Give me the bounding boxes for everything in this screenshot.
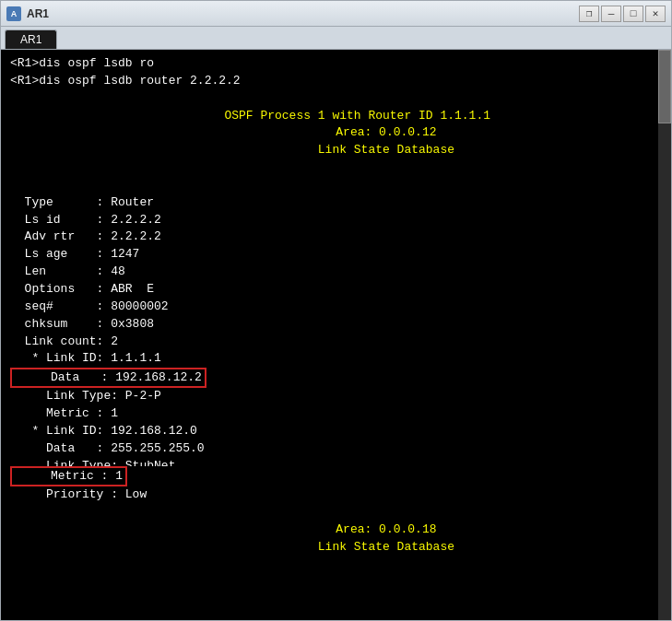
blank4 [10, 504, 647, 521]
data2-line: Data : 255.255.255.0 [10, 440, 647, 458]
scrollbar-track[interactable] [658, 50, 671, 620]
blank1 [10, 90, 647, 108]
area-line: Area: 0.0.0.12 [10, 124, 647, 142]
window-frame: A AR1 ❐ — □ ✕ AR1 <R1>dis ospf lsdb ro <… [0, 0, 672, 621]
title-bar: A AR1 ❐ — □ ✕ [1, 1, 671, 27]
options-line: Options : ABR E [10, 281, 647, 299]
lsdb-line2: Link State Database [10, 539, 647, 557]
linkcount-line: Link count: 2 [10, 334, 647, 351]
linktype2-line: Link Type: StubNet [10, 458, 647, 466]
priority-line: Priority : Low [10, 486, 647, 504]
cmd2-line: <R1>dis ospf lsdb router 2.2.2.2 [10, 73, 647, 90]
tab-ar1[interactable]: AR1 [5, 29, 57, 49]
lsdb-line1: Link State Database [10, 142, 647, 159]
advrtr-line: Adv rtr : 2.2.2.2 [10, 228, 647, 246]
linktype1-line: Link Type: P-2-P [10, 388, 647, 405]
lsage-line: Ls age : 1247 [10, 246, 647, 264]
blank3 [10, 177, 647, 194]
area2-line: Area: 0.0.0.18 [10, 521, 647, 539]
type-line: Type : Router [10, 194, 647, 212]
lsid-line: Ls id : 2.2.2.2 [10, 212, 647, 229]
linkid2-line: * Link ID: 192.168.12.0 [10, 423, 647, 440]
tab-bar: AR1 [1, 27, 671, 50]
seq-line: seq# : 80000002 [10, 299, 647, 316]
maximize-button[interactable]: □ [623, 6, 643, 22]
len-line: Len : 48 [10, 264, 647, 281]
close-button[interactable]: ✕ [645, 6, 666, 22]
chksum-line: chksum : 0x3808 [10, 316, 647, 334]
restore-button[interactable]: ❐ [579, 6, 599, 22]
minimize-button[interactable]: — [601, 6, 621, 22]
app-icon: A [6, 6, 21, 21]
data1-line: Data : 192.168.12.2 [10, 368, 647, 388]
title-bar-left: A AR1 [6, 6, 49, 21]
blank2 [10, 159, 647, 177]
linkid1-line: * Link ID: 1.1.1.1 [10, 350, 647, 368]
scrollbar-thumb[interactable] [658, 50, 671, 123]
terminal-content: <R1>dis ospf lsdb ro <R1>dis ospf lsdb r… [10, 55, 662, 556]
title-bar-controls: ❐ — □ ✕ [579, 6, 666, 22]
cmd1-line: <R1>dis ospf lsdb ro [10, 55, 647, 73]
ospf-header: OSPF Process 1 with Router ID 1.1.1.1 [10, 108, 647, 125]
terminal-area[interactable]: <R1>dis ospf lsdb ro <R1>dis ospf lsdb r… [1, 50, 671, 620]
window-title: AR1 [27, 7, 49, 20]
metric2-line: Metric : 1 [10, 466, 647, 486]
metric1-line: Metric : 1 [10, 405, 647, 423]
